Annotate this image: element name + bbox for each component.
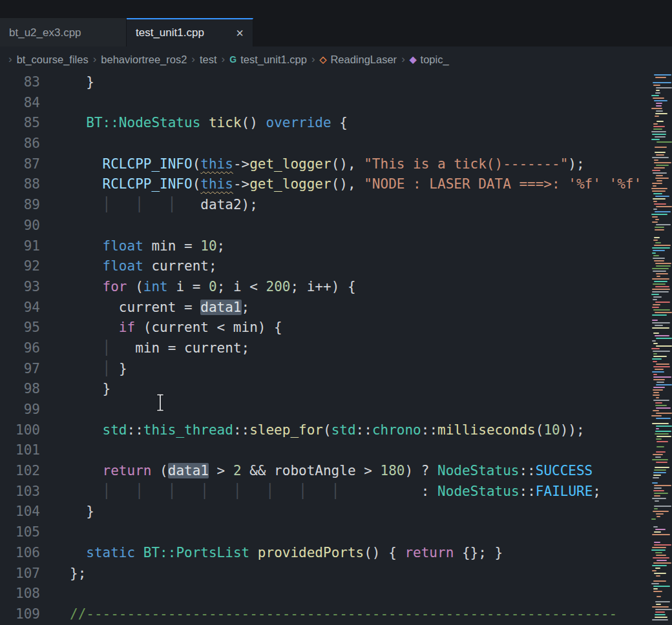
code-line[interactable]: 92 float current;: [0, 256, 651, 277]
line-number[interactable]: 87: [0, 154, 40, 175]
line-number[interactable]: 103: [0, 482, 40, 502]
line-number[interactable]: 94: [0, 298, 40, 318]
code-text: [40, 216, 70, 236]
minimap-row: [651, 619, 672, 621]
code-line[interactable]: 107};: [0, 564, 651, 584]
code-line[interactable]: 96 │ min = current;: [0, 338, 651, 359]
code-line[interactable]: 84: [0, 93, 651, 114]
code-text: for (int i = 0; i < 200; i++) {: [40, 277, 356, 298]
code-line[interactable]: 100 std::this_thread::sleep_for(std::chr…: [0, 420, 651, 441]
code-text: std::this_thread::sleep_for(std::chrono:…: [40, 420, 585, 441]
line-number[interactable]: 93: [0, 277, 40, 298]
code-line[interactable]: 109//-----------------------------------…: [0, 604, 651, 625]
line-number[interactable]: 105: [0, 522, 40, 543]
line-number[interactable]: 86: [0, 134, 40, 154]
class-icon: ◇: [320, 54, 327, 65]
code-line[interactable]: 108: [0, 584, 651, 604]
chevron-right-icon: ›: [8, 53, 12, 66]
code-text: float min = 10;: [40, 236, 225, 257]
chevron-right-icon: ›: [401, 53, 405, 66]
line-number[interactable]: 88: [0, 174, 40, 195]
breadcrumb-label: ReadingLaser: [330, 54, 397, 66]
code-text: //--------------------------------------…: [40, 604, 617, 625]
chevron-right-icon: ›: [93, 53, 97, 66]
code-text: [40, 400, 70, 420]
code-line[interactable]: 87 RCLCPP_INFO(this->get_logger(), "This…: [0, 154, 651, 175]
close-icon[interactable]: ×: [236, 26, 244, 39]
line-number[interactable]: 102: [0, 461, 40, 482]
line-number[interactable]: 85: [0, 113, 40, 134]
tab-bt-u2-ex3-cpp[interactable]: bt_u2_ex3.cpp: [0, 18, 127, 46]
breadcrumb-label: test_unit1.cpp: [240, 54, 307, 66]
code-line[interactable]: 103 │ │ │ │ │ │ │ │ : NodeStatus::FAILUR…: [0, 482, 651, 502]
line-number[interactable]: 84: [0, 93, 40, 114]
cpp-file-icon: G: [229, 54, 236, 65]
code-line[interactable]: 105: [0, 522, 651, 543]
code-line[interactable]: 93 for (int i = 0; i < 200; i++) {: [0, 277, 651, 298]
code-text: if (current < min) {: [40, 318, 282, 338]
line-number[interactable]: 106: [0, 543, 40, 564]
line-number[interactable]: 92: [0, 256, 40, 277]
code-line[interactable]: 91 float min = 10;: [0, 236, 651, 257]
line-number[interactable]: 101: [0, 440, 40, 461]
line-number[interactable]: 89: [0, 195, 40, 216]
code-text: current = data1;: [40, 298, 249, 318]
line-number[interactable]: 90: [0, 216, 40, 236]
breadcrumb-item[interactable]: behaviortree_ros2: [101, 54, 187, 66]
title-bar: [0, 0, 672, 18]
code-line[interactable]: 86: [0, 134, 651, 154]
line-number[interactable]: 98: [0, 379, 40, 400]
line-number[interactable]: 96: [0, 338, 40, 359]
line-number[interactable]: 99: [0, 400, 40, 420]
editor-pane: 83 }8485 BT::NodeStatus tick() override …: [0, 72, 672, 625]
tab-label: bt_u2_ex3.cpp: [9, 26, 81, 39]
code-line[interactable]: 104 }: [0, 502, 651, 522]
breadcrumb-item[interactable]: test: [200, 54, 217, 66]
tab-test-unit1-cpp[interactable]: test_unit1.cpp ×: [127, 18, 253, 46]
line-number[interactable]: 97: [0, 359, 40, 380]
code-text: static BT::PortsList providedPorts() { r…: [40, 543, 503, 564]
code-line[interactable]: 83 }: [0, 72, 651, 93]
breadcrumb: ›bt_course_files›behaviortree_ros2›test›…: [0, 46, 672, 72]
line-number[interactable]: 83: [0, 72, 40, 93]
line-number[interactable]: 104: [0, 502, 40, 522]
code-line[interactable]: 106 static BT::PortsList providedPorts()…: [0, 543, 651, 564]
code-text: │ │ │ │ │ │ │ │ : NodeStatus::FAILURE;: [40, 482, 601, 502]
code-text: return (data1 > 2 && robotAngle > 180) ?…: [40, 461, 593, 482]
code-line[interactable]: 85 BT::NodeStatus tick() override {: [0, 113, 651, 134]
breadcrumb-item[interactable]: ◇ReadingLaser: [320, 54, 397, 66]
code-line[interactable]: 98 }: [0, 379, 651, 400]
code-line[interactable]: 99: [0, 400, 651, 420]
code-line[interactable]: 95 if (current < min) {: [0, 318, 651, 338]
line-number[interactable]: 107: [0, 564, 40, 584]
code-text: [40, 93, 70, 114]
code-text: [40, 522, 70, 543]
breadcrumb-item[interactable]: bt_course_files: [17, 54, 89, 66]
code-line[interactable]: 101: [0, 440, 651, 461]
code-text: │ }: [40, 359, 127, 380]
code-text: RCLCPP_INFO(this->get_logger(), "NODE : …: [40, 174, 642, 195]
line-number[interactable]: 95: [0, 318, 40, 338]
line-number[interactable]: 109: [0, 604, 40, 625]
code-line[interactable]: 90: [0, 216, 651, 236]
breadcrumb-item[interactable]: Gtest_unit1.cpp: [229, 54, 307, 66]
code-line[interactable]: 88 RCLCPP_INFO(this->get_logger(), "NODE…: [0, 174, 651, 195]
line-number[interactable]: 91: [0, 236, 40, 257]
line-number[interactable]: 100: [0, 420, 40, 441]
code-text: }: [40, 72, 94, 93]
code-line[interactable]: 97 │ }: [0, 359, 651, 380]
code-text: };: [40, 564, 86, 584]
code-line[interactable]: 89 │ │ │ data2);: [0, 195, 651, 216]
code-text: BT::NodeStatus tick() override {: [40, 113, 348, 134]
line-number[interactable]: 108: [0, 584, 40, 604]
code-line[interactable]: 94 current = data1;: [0, 298, 651, 318]
chevron-right-icon: ›: [222, 53, 226, 66]
minimap[interactable]: [651, 72, 672, 625]
method-icon: ◆: [410, 54, 417, 65]
breadcrumb-label: behaviortree_ros2: [101, 54, 187, 66]
code-line[interactable]: 102 return (data1 > 2 && robotAngle > 18…: [0, 461, 651, 482]
code-lines[interactable]: 83 }8485 BT::NodeStatus tick() override …: [0, 72, 651, 625]
breadcrumb-label: test: [200, 54, 217, 66]
breadcrumb-item[interactable]: ◆topic_: [410, 54, 449, 66]
code-text: [40, 440, 70, 461]
